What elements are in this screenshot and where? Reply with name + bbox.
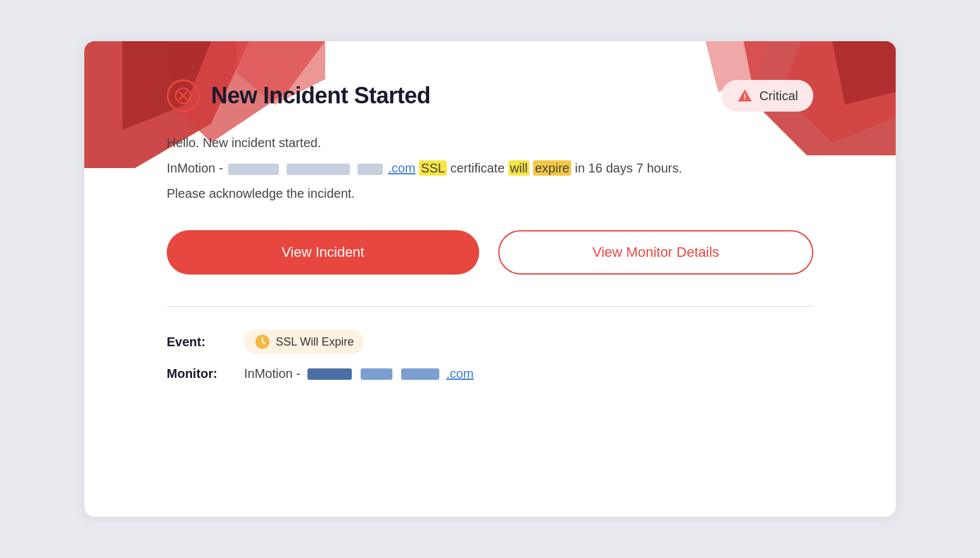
notification-card: New Incident Started ! Critical Hello. N… bbox=[84, 41, 896, 517]
message-line-3: Please acknowledge the incident. bbox=[167, 182, 813, 205]
meta-section: Event: SSL Will Expire Monitor: InMotion… bbox=[167, 330, 813, 381]
redacted-domain-2 bbox=[287, 164, 350, 175]
event-row: Event: SSL Will Expire bbox=[167, 330, 813, 354]
domain-link[interactable]: .com bbox=[388, 161, 415, 175]
view-incident-button[interactable]: View Incident bbox=[167, 230, 479, 275]
monitor-redacted-1 bbox=[307, 368, 352, 380]
ssl-text: SSL certificate will expire in 16 days 7… bbox=[419, 160, 682, 176]
monitor-domain-link[interactable]: .com bbox=[446, 367, 474, 381]
header-row: New Incident Started ! Critical bbox=[167, 79, 813, 112]
redacted-domain-3 bbox=[358, 164, 383, 175]
event-badge: SSL Will Expire bbox=[244, 330, 364, 354]
card-content: New Incident Started ! Critical Hello. N… bbox=[84, 41, 896, 413]
critical-badge: ! Critical bbox=[721, 80, 813, 112]
divider bbox=[167, 306, 813, 307]
alert-circle-icon bbox=[167, 79, 200, 112]
event-label: Event: bbox=[167, 335, 236, 349]
message-line-2: InMotion - .com SSL certificate will exp… bbox=[167, 157, 813, 179]
buttons-row: View Incident View Monitor Details bbox=[167, 230, 813, 275]
monitor-prefix: InMotion - bbox=[244, 367, 300, 381]
monitor-value: InMotion - .com bbox=[244, 367, 474, 381]
warning-icon: ! bbox=[737, 88, 753, 104]
monitor-label: Monitor: bbox=[167, 367, 236, 381]
title-group: New Incident Started bbox=[167, 79, 430, 112]
svg-text:!: ! bbox=[744, 93, 746, 101]
monitor-row: Monitor: InMotion - .com bbox=[167, 367, 813, 381]
clock-icon bbox=[254, 334, 271, 350]
event-value: SSL Will Expire bbox=[276, 335, 354, 349]
monitor-redacted-2 bbox=[361, 368, 392, 380]
page-title: New Incident Started bbox=[211, 82, 430, 109]
monitor-redacted-3 bbox=[401, 368, 439, 380]
view-monitor-button[interactable]: View Monitor Details bbox=[498, 230, 813, 275]
message-prefix: InMotion - bbox=[167, 161, 226, 175]
message-block: Hello. New incident started. InMotion - … bbox=[167, 131, 813, 205]
critical-badge-label: Critical bbox=[759, 89, 798, 103]
message-line-1: Hello. New incident started. bbox=[167, 131, 813, 154]
redacted-domain-1 bbox=[228, 164, 279, 175]
